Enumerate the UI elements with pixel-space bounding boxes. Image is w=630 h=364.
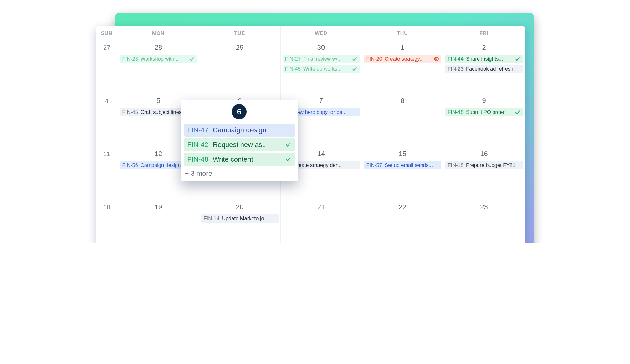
- day-popover: 6 FIN-47Campaign designFIN-42Request new…: [181, 100, 298, 181]
- task-chip[interactable]: FIN-14Update Marketo jo..: [201, 214, 279, 223]
- more-link[interactable]: + 3 more: [184, 168, 295, 178]
- task-key: FIN-56: [122, 162, 138, 168]
- check-icon: [515, 56, 520, 62]
- task-key: FIN-45: [285, 66, 301, 72]
- date-number: 19: [120, 203, 197, 211]
- task-key: FIN-23: [448, 66, 464, 72]
- sunday-cell[interactable]: 27: [96, 41, 118, 94]
- check-icon: [285, 157, 291, 162]
- weekday-header: THU: [362, 26, 443, 41]
- date-number: 15: [364, 150, 441, 158]
- task-title: Write up works...: [303, 66, 349, 72]
- clock-icon: [434, 57, 439, 61]
- task-title: Write content: [213, 155, 281, 164]
- task-chip[interactable]: FIN-23Facebook ad refresh: [445, 65, 523, 73]
- popover-task[interactable]: FIN-42Request new as..: [184, 138, 295, 151]
- task-key: FIN-57: [366, 162, 382, 168]
- check-icon: [352, 56, 357, 62]
- date-number: 16: [445, 150, 523, 158]
- popover-task[interactable]: FIN-48Write content: [184, 153, 295, 166]
- task-key: FIN-42: [187, 141, 208, 149]
- task-key: FIN-23: [122, 56, 138, 62]
- task-title: Create strategy den..: [293, 162, 357, 168]
- task-title: Facebook ad refresh: [466, 66, 520, 72]
- task-key: FIN-20: [366, 56, 382, 62]
- sunday-cell[interactable]: 18: [96, 200, 118, 243]
- task-key: FIN-47: [187, 126, 208, 134]
- date-number: 2: [445, 43, 523, 52]
- weekday-header: MON: [118, 26, 199, 41]
- popover-task[interactable]: FIN-47Campaign design: [184, 124, 295, 137]
- task-key: FIN-44: [448, 56, 464, 62]
- task-chip[interactable]: FIN-57Set up email sends...: [364, 161, 441, 169]
- day-cell[interactable]: 15FIN-57Set up email sends...: [362, 147, 443, 200]
- date-number: 28: [120, 43, 197, 52]
- calendar-header-row: SUNMONTUEWEDTHUFRI: [96, 26, 525, 41]
- task-title: Prepare budget FY21: [466, 162, 520, 168]
- task-chip[interactable]: FIN-18Prepare budget FY21: [445, 161, 523, 169]
- date-number: 8: [364, 97, 441, 105]
- check-icon: [352, 66, 357, 72]
- date-number: 9: [445, 97, 523, 105]
- task-chip[interactable]: FIN-45Write up works...: [283, 65, 360, 73]
- day-cell[interactable]: 2FIN-44Share insights...FIN-23Facebook a…: [443, 41, 525, 94]
- day-cell[interactable]: 30FIN-27Final review w/...FIN-45Write up…: [281, 41, 362, 94]
- date-number: 21: [283, 203, 360, 211]
- task-chip[interactable]: FIN-20Create strategy..: [364, 55, 441, 63]
- date-number: 22: [364, 203, 441, 211]
- check-icon: [189, 56, 195, 62]
- weekday-header: WED: [281, 26, 362, 41]
- calendar-week: 2728FIN-23Workshop with...2930FIN-27Fina…: [96, 41, 525, 94]
- task-title: Final review w/...: [303, 56, 349, 62]
- weekday-header: SUN: [96, 26, 118, 41]
- weekday-header: TUE: [199, 26, 281, 41]
- day-cell[interactable]: 22: [362, 200, 443, 243]
- task-title: Campaign design: [213, 126, 291, 134]
- task-key: FIN-48: [448, 109, 464, 115]
- task-chip[interactable]: FIN-48Submit PO order: [445, 108, 523, 116]
- task-title: Request new as..: [213, 141, 281, 149]
- date-number: 30: [283, 43, 360, 52]
- day-cell[interactable]: 1FIN-20Create strategy..: [362, 41, 443, 94]
- sunday-cell[interactable]: 4: [96, 94, 118, 147]
- calendar-week: 181920FIN-14Update Marketo jo..212223: [96, 200, 525, 243]
- task-title: Set up email sends...: [385, 162, 439, 168]
- task-title: Update Marketo jo..: [222, 215, 276, 221]
- day-cell[interactable]: 29: [199, 41, 281, 94]
- task-title: New hero copy for pa..: [293, 109, 357, 115]
- task-key: FIN-14: [204, 215, 219, 221]
- task-chip[interactable]: FIN-44Share insights...: [445, 55, 523, 63]
- check-icon: [285, 142, 291, 148]
- task-chip[interactable]: FIN-23Workshop with...: [120, 55, 197, 63]
- weekday-header: FRI: [443, 26, 525, 41]
- date-number: 1: [364, 43, 441, 52]
- task-chip[interactable]: FIN-27Final review w/...: [283, 55, 360, 63]
- day-cell[interactable]: 19: [118, 200, 199, 243]
- calendar-week: 45FIN-45Craft subject lines6727New hero …: [96, 94, 525, 147]
- task-key: FIN-18: [448, 162, 464, 168]
- date-number: 29: [201, 43, 279, 52]
- date-number: 20: [201, 203, 279, 211]
- day-cell[interactable]: 28FIN-23Workshop with...: [118, 41, 199, 94]
- day-cell[interactable]: 21: [281, 200, 362, 243]
- task-key: FIN-45: [122, 109, 138, 115]
- day-cell[interactable]: 20FIN-14Update Marketo jo..: [199, 200, 281, 243]
- calendar-panel: SUNMONTUEWEDTHUFRI 2728FIN-23Workshop wi…: [96, 26, 525, 243]
- task-title: Create strategy..: [385, 56, 432, 62]
- task-key: FIN-27: [285, 56, 301, 62]
- day-cell[interactable]: 16FIN-18Prepare budget FY21: [443, 147, 525, 200]
- task-title: Share insights...: [466, 56, 512, 62]
- task-key: FIN-48: [187, 155, 208, 164]
- day-cell[interactable]: 9FIN-48Submit PO order: [443, 94, 525, 147]
- day-cell[interactable]: 8: [362, 94, 443, 147]
- task-title: Workshop with...: [141, 56, 187, 62]
- task-title: Submit PO order: [466, 109, 512, 115]
- day-cell[interactable]: 23: [443, 200, 525, 243]
- popover-date-circle: 6: [232, 104, 247, 119]
- check-icon: [515, 109, 520, 115]
- calendar-week: 1112FIN-56Campaign design1414Create stra…: [96, 147, 525, 200]
- date-number: 23: [445, 203, 523, 211]
- sunday-cell[interactable]: 11: [96, 147, 118, 200]
